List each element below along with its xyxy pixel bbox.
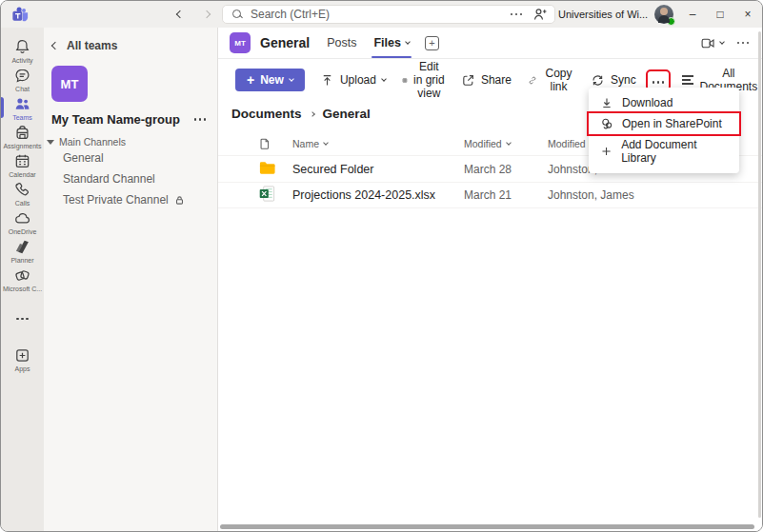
channel-header: MT General Posts Files + [218, 28, 762, 59]
menu-item-add-document-library[interactable]: Add Document Library [589, 134, 739, 168]
rail-item-activity[interactable]: Activity [1, 36, 44, 65]
copy-link-button[interactable]: Copy link [527, 65, 575, 95]
bell-icon [13, 38, 31, 56]
rail-item-assignments[interactable]: Assignments [1, 122, 44, 150]
horizontal-scrollbar[interactable] [220, 524, 754, 529]
tab-posts[interactable]: Posts [327, 28, 356, 58]
grid-icon [402, 73, 408, 88]
chevron-down-icon [405, 39, 411, 45]
channel-header-actions [700, 35, 750, 51]
plus-icon: + [247, 73, 254, 87]
rail-item-microsoft-copilot[interactable]: Microsoft C... [1, 265, 44, 293]
vertical-scrollbar[interactable] [758, 31, 761, 518]
channel-item-general[interactable]: General [44, 148, 217, 168]
channel-more-icon[interactable] [737, 42, 750, 45]
file-modified: March 28 [464, 163, 548, 176]
maximize-button[interactable]: □ [712, 8, 729, 21]
upload-label: Upload [340, 73, 376, 87]
forward-button[interactable] [199, 7, 214, 22]
tab-files[interactable]: Files [373, 28, 410, 58]
rail-item-onedrive[interactable]: OneDrive [1, 207, 44, 236]
rail-item-label: Teams [12, 114, 32, 121]
titlebar-more-icon[interactable] [511, 13, 523, 16]
tab-label: Posts [327, 36, 356, 49]
document-icon [258, 137, 271, 150]
edit-grid-view-label: Edit in grid view [413, 60, 445, 100]
upload-button[interactable]: Upload [319, 71, 387, 89]
menu-item-label: Add Document Library [621, 138, 728, 165]
copy-link-label: Copy link [543, 67, 574, 93]
channel-name: General [63, 151, 104, 165]
rail-item-calls[interactable]: Calls [1, 179, 44, 207]
team-avatar[interactable]: MT [51, 66, 88, 102]
rail-item-chat[interactable]: Chat [1, 65, 44, 93]
minimize-button[interactable]: – [684, 8, 701, 21]
toolbar-more-button[interactable] [650, 77, 668, 88]
all-teams-back-button[interactable]: All teams [44, 28, 217, 52]
back-button[interactable] [172, 7, 188, 22]
teams-list-panel: All teams MT My Team Name-group Main Cha… [44, 28, 218, 531]
new-button-label: New [260, 73, 284, 87]
add-tab-button[interactable]: + [425, 36, 439, 50]
edit-grid-view-button[interactable]: Edit in grid view [401, 58, 446, 102]
more-dots-icon [653, 81, 665, 84]
chevron-down-icon [506, 140, 512, 146]
menu-item-download[interactable]: Download [589, 92, 739, 113]
channel-title: General [260, 35, 310, 50]
channel-tabs: Posts Files [327, 28, 410, 58]
presence-badge [667, 17, 675, 26]
chevron-right-icon [310, 111, 315, 117]
team-name[interactable]: My Team Name-group [51, 112, 180, 127]
sync-button[interactable]: Sync [590, 71, 637, 89]
calendar-icon [13, 152, 31, 170]
team-options-icon[interactable] [194, 118, 207, 121]
rail-item-teams[interactable]: Teams [1, 93, 44, 122]
excel-file-icon [258, 185, 276, 203]
add-person-icon[interactable] [532, 7, 548, 22]
channels-section-toggle[interactable]: Main Channels [44, 127, 217, 148]
all-teams-label: All teams [67, 39, 117, 52]
table-row-projections-xlsx[interactable]: Projections 2024-2025.xlsx March 21 John… [218, 182, 762, 208]
upload-icon [320, 73, 334, 88]
more-dots-icon [16, 318, 29, 321]
account-name[interactable]: Universities of Wi... [558, 9, 644, 20]
nav-arrows [172, 6, 214, 23]
chevron-down-icon [323, 140, 329, 146]
rail-item-calendar[interactable]: Calendar [1, 150, 44, 179]
breadcrumb-current[interactable]: General [323, 107, 371, 121]
rail-item-label: Calls [15, 200, 30, 207]
rail-more-apps-button[interactable] [1, 305, 44, 333]
chat-icon [13, 67, 31, 85]
apps-icon [13, 346, 31, 365]
search-input[interactable]: Search (Ctrl+E) [222, 5, 555, 24]
breadcrumb-root[interactable]: Documents [231, 107, 302, 121]
rail-item-apps[interactable]: Apps [1, 345, 44, 373]
chevron-left-icon [51, 42, 59, 49]
menu-item-open-in-sharepoint[interactable]: Open in SharePoint [589, 113, 739, 134]
rail-item-label: Apps [15, 365, 30, 372]
file-name: Projections 2024-2025.xlsx [292, 188, 464, 202]
chevron-down-icon [381, 76, 387, 82]
rail-item-label: Planner [10, 257, 33, 264]
title-bar: Search (Ctrl+E) Universities of Wi... – … [1, 1, 762, 28]
share-label: Share [481, 73, 512, 87]
user-avatar[interactable] [654, 5, 673, 24]
titlebar-right: Universities of Wi... – □ × [511, 1, 757, 28]
channel-item-standard[interactable]: Standard Channel [44, 168, 217, 189]
name-column-header[interactable]: Name [292, 138, 464, 149]
link-icon [528, 73, 537, 88]
share-button[interactable]: Share [460, 71, 512, 89]
tab-label: Files [373, 36, 401, 49]
new-button[interactable]: + New [235, 69, 305, 91]
planner-icon [13, 238, 31, 256]
column-label: Modified [464, 138, 502, 149]
close-button[interactable]: × [739, 8, 756, 21]
sync-label: Sync [611, 73, 636, 87]
rail-item-planner[interactable]: Planner [1, 236, 44, 265]
toolbar-more-highlight-box [650, 73, 668, 88]
channel-item-test-private[interactable]: Test Private Channel [44, 189, 217, 210]
modified-column-header[interactable]: Modified [464, 138, 548, 149]
file-type-column-header[interactable] [258, 137, 292, 150]
sharepoint-icon [600, 117, 613, 130]
meet-button[interactable] [700, 35, 724, 51]
